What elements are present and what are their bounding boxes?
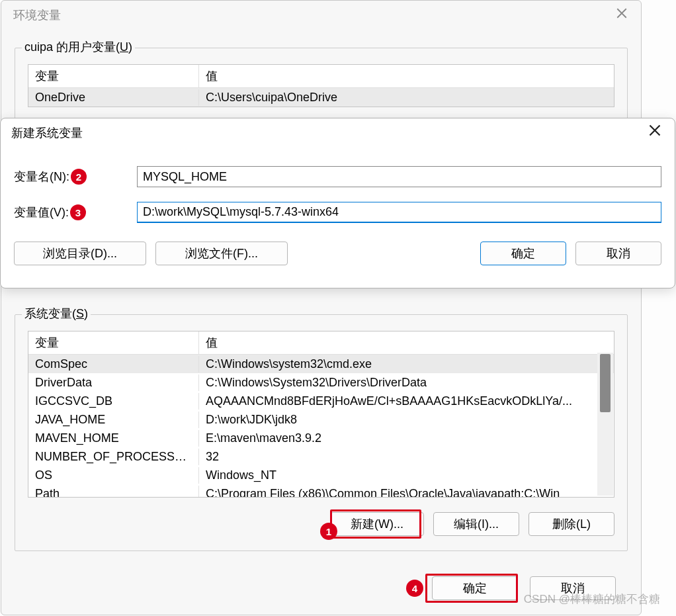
delete-button[interactable]: 删除(L) [528,512,614,536]
sys-vars-legend: 系统变量(S) [22,306,91,322]
legend-key: S [76,307,84,320]
table-row[interactable]: OneDrive C:\Users\cuipa\OneDrive [28,88,614,107]
parent-titlebar: 环境变量 [1,1,641,31]
table-row[interactable]: ComSpecC:\Windows\system32\cmd.exe [28,355,614,373]
table-row[interactable]: NUMBER_OF_PROCESSORS32 [28,447,614,466]
col-variable[interactable]: 变量 [28,331,199,354]
ok-button[interactable]: 确定 [480,242,566,265]
cell-var: OS [28,467,199,484]
ok-button[interactable]: 确定 [432,576,518,600]
sys-vars-fieldset: 系统变量(S) 变量 值 ComSpecC:\Windows\system32\… [15,314,628,551]
table-row[interactable]: MAVEN_HOMEE:\maven\maven3.9.2 [28,429,614,447]
table-row[interactable]: OSWindows_NT [28,466,614,484]
cell-var: MAVEN_HOME [28,430,199,447]
var-name-input[interactable] [137,166,661,187]
table-header: 变量 值 [28,331,614,355]
scrollbar-thumb[interactable] [600,354,611,412]
table-row[interactable]: PathC:\Program Files (x86)\Common Files\… [28,484,614,498]
var-name-label-wrap: 变量名(N): 2 [14,169,137,185]
legend-key: U [120,40,128,54]
legend-prefix: 系统变量( [24,307,76,320]
table-header: 变量 值 [28,65,614,88]
col-value[interactable]: 值 [199,65,614,87]
legend-prefix: cuipa 的用户变量( [24,40,120,54]
cell-val: C:\Users\cuipa\OneDrive [199,89,614,106]
var-value-label-wrap: 变量值(V): 3 [14,204,137,220]
legend-suffix: ) [84,307,88,320]
cell-var: Path [28,486,199,498]
var-value-label: 变量值(V): [14,204,69,220]
annotation-badge-4: 4 [406,580,423,597]
close-icon[interactable] [648,124,664,140]
cell-var: JAVA_HOME [28,412,199,428]
cell-var: ComSpec [28,356,199,373]
cancel-button[interactable]: 取消 [530,576,616,600]
cell-val: AQAAANCMnd8BFdERjHoAwE/Cl+sBAAAAG1HKsEac… [199,393,614,410]
annotation-badge-1: 1 [320,523,337,540]
close-icon[interactable] [614,7,629,22]
table-body: OneDrive C:\Users\cuipa\OneDrive [28,88,614,107]
user-vars-table[interactable]: 变量 值 OneDrive C:\Users\cuipa\OneDrive [28,64,614,107]
cell-val: E:\maven\maven3.9.2 [199,430,614,447]
col-value[interactable]: 值 [199,331,614,354]
cancel-button[interactable]: 取消 [575,242,661,265]
cell-var: NUMBER_OF_PROCESSORS [28,449,199,465]
new-system-var-dialog: 新建系统变量 变量名(N): 2 变量值(V): 3 浏览目录(D)... 浏览… [0,118,675,288]
cell-val: Windows_NT [199,467,614,484]
var-value-input[interactable] [137,202,661,223]
col-variable[interactable]: 变量 [28,65,199,87]
cell-var: OneDrive [28,89,199,106]
modal-title: 新建系统变量 [11,126,83,140]
cell-val: D:\work\JDK\jdk8 [199,412,614,428]
browse-file-button[interactable]: 浏览文件(F)... [155,242,288,265]
cell-val: C:\Windows\system32\cmd.exe [199,356,614,373]
modal-body: 变量名(N): 2 变量值(V): 3 [1,148,675,223]
new-button[interactable]: 新建(W)... [330,512,424,536]
table-body: ComSpecC:\Windows\system32\cmd.exe Drive… [28,355,614,498]
cell-val: C:\Program Files (x86)\Common Files\Orac… [199,486,614,498]
var-name-row: 变量名(N): 2 [14,166,661,187]
cell-val: 32 [199,449,614,465]
parent-title: 环境变量 [13,9,61,22]
legend-suffix: ) [128,40,132,54]
user-vars-fieldset: cuipa 的用户变量(U) 变量 值 OneDrive C:\Users\cu… [15,48,628,122]
cell-var: IGCCSVC_DB [28,393,199,410]
env-vars-dialog: 环境变量 cuipa 的用户变量(U) 变量 值 OneDrive C:\Use… [1,0,642,615]
var-value-row: 变量值(V): 3 [14,202,661,223]
table-row[interactable]: JAVA_HOMED:\work\JDK\jdk8 [28,410,614,429]
table-row[interactable]: IGCCSVC_DBAQAAANCMnd8BFdERjHoAwE/Cl+sBAA… [28,392,614,410]
modal-button-row: 浏览目录(D)... 浏览文件(F)... 确定 取消 [1,238,675,265]
spacer [297,242,480,265]
bottom-button-row: 确定 取消 [1,576,616,600]
modal-titlebar: 新建系统变量 [1,118,675,148]
cell-val: C:\Windows\System32\Drivers\DriverData [199,374,614,391]
user-vars-legend: cuipa 的用户变量(U) [22,39,135,55]
var-name-label: 变量名(N): [14,169,69,185]
annotation-badge-2: 2 [71,169,87,185]
browse-dir-button[interactable]: 浏览目录(D)... [14,242,146,265]
annotation-badge-3: 3 [70,204,86,220]
cell-var: DriverData [28,374,199,391]
sys-vars-table[interactable]: 变量 值 ComSpecC:\Windows\system32\cmd.exe … [28,331,614,498]
table-row[interactable]: DriverDataC:\Windows\System32\Drivers\Dr… [28,373,614,392]
scrollbar[interactable] [597,353,613,496]
edit-button[interactable]: 编辑(I)... [433,512,519,536]
